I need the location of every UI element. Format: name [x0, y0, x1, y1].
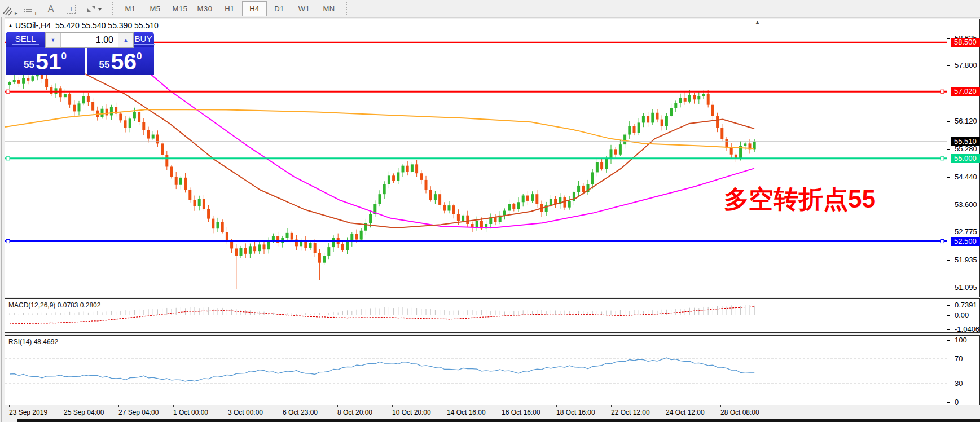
- macd-indicator-label: MACD(12,26,9) 0.0783 0.2802: [8, 301, 100, 309]
- trading-platform-window: E F A T: [0, 0, 980, 422]
- fibonacci-grid-tool-icon[interactable]: F: [21, 2, 40, 16]
- date-tick: [556, 405, 557, 407]
- date-label: 10 Oct 20:00: [392, 408, 431, 416]
- macd-signal-line: [10, 307, 754, 324]
- timeframe-button-H1[interactable]: H1: [217, 1, 242, 16]
- date-label: 3 Oct 00:00: [228, 408, 263, 416]
- macd-histogram: [10, 305, 754, 315]
- buy-button[interactable]: BUY: [133, 32, 154, 47]
- ohlc-values: 55.420 55.540 55.390 55.510: [55, 21, 159, 30]
- price-tick-mark: [947, 177, 950, 178]
- macd-tick-mark: [947, 315, 950, 316]
- date-tick: [720, 405, 721, 407]
- rsi-chart[interactable]: [5, 336, 947, 405]
- timeframe-group: M1M5M15M30H1H4D1W1MN: [118, 1, 341, 16]
- date-label: 1 Oct 00:00: [173, 408, 208, 416]
- timeframe-button-M5[interactable]: M5: [143, 1, 168, 16]
- chart-text-annotation[interactable]: 多空转折点55: [724, 183, 876, 216]
- macd-panel: MACD(12,26,9) 0.0783 0.2802 0.73910.00-1…: [5, 298, 980, 333]
- candles-layer: [8, 67, 756, 289]
- one-click-trade-panel: SELL BUY ▼ ▲ 55510 55560: [6, 32, 154, 75]
- price-badge: 55.510: [951, 137, 980, 146]
- date-label: 16 Oct 16:00: [502, 408, 540, 416]
- date-tick: [611, 405, 612, 407]
- timeframe-button-D1[interactable]: D1: [267, 1, 292, 16]
- date-axis: 23 Sep 201925 Sep 04:0027 Sep 04:001 Oct…: [5, 406, 980, 419]
- window-bottom-bar: [17, 419, 980, 422]
- rsi-tick-mark: [947, 402, 950, 403]
- chevron-down-icon: [97, 5, 103, 14]
- text-box-tool-icon[interactable]: T: [61, 2, 81, 16]
- date-tick: [502, 405, 502, 407]
- macd-tick-mark: [947, 329, 950, 330]
- timeframe-button-M30[interactable]: M30: [192, 1, 217, 16]
- arrow-tools-icon[interactable]: [82, 2, 107, 16]
- toolbar-separator: [111, 2, 115, 16]
- volume-input[interactable]: [61, 33, 118, 47]
- chart-title: ▲USOil-,H455.420 55.540 55.390 55.510: [8, 21, 159, 30]
- date-label: 28 Oct 08:00: [720, 408, 759, 416]
- date-tick: [283, 405, 283, 407]
- rsi-axis-label: 0: [952, 398, 980, 407]
- rsi-panel: RSI(14) 48.4692 10070300: [5, 335, 980, 405]
- price-tick-label: 51.935: [952, 256, 980, 265]
- buy-price-button[interactable]: 55560: [87, 47, 154, 75]
- ma-fast-brick-line: [85, 74, 754, 228]
- timeframe-button-MN[interactable]: MN: [317, 1, 341, 16]
- price-badge: 57.020: [951, 87, 980, 96]
- date-label: 8 Oct 20:00: [337, 408, 372, 416]
- volume-increase-button[interactable]: ▲: [118, 33, 133, 47]
- sell-price-button[interactable]: 55510: [6, 47, 85, 75]
- macd-tick-mark: [947, 305, 950, 306]
- support-55000: [5, 157, 947, 160]
- text-annotation-tool-icon[interactable]: A: [41, 2, 60, 16]
- rsi-tick-mark: [947, 359, 950, 359]
- equidistant-lines-tool-icon[interactable]: E: [1, 2, 20, 16]
- date-label: 14 Oct 16:00: [447, 408, 486, 416]
- volume-control: ▼ ▲: [45, 32, 134, 48]
- price-badge: 58.500: [951, 38, 980, 47]
- date-tick: [64, 405, 64, 407]
- macd-axis-label: -1.0406: [952, 325, 980, 334]
- price-tick-label: 52.775: [952, 227, 980, 236]
- timeframe-button-H4[interactable]: H4: [242, 1, 267, 16]
- chart-shift-marker-icon[interactable]: ▲: [755, 19, 760, 25]
- rsi-tick-mark: [947, 384, 950, 384]
- rsi-indicator-label: RSI(14) 48.4692: [8, 338, 58, 346]
- date-tick: [228, 405, 228, 407]
- support-52500: [5, 240, 947, 243]
- timeframe-button-M15[interactable]: M15: [168, 1, 192, 16]
- macd-chart[interactable]: [5, 299, 947, 332]
- price-tick-mark: [947, 260, 950, 261]
- volume-decrease-button[interactable]: ▼: [46, 33, 61, 47]
- price-tick-mark: [947, 205, 950, 205]
- sell-button[interactable]: SELL: [6, 32, 45, 47]
- price-tick-label: 57.800: [952, 61, 980, 70]
- tool-sub-label: F: [35, 11, 38, 16]
- rsi-tick-mark: [947, 340, 950, 341]
- date-label: 27 Sep 04:00: [118, 408, 159, 416]
- date-tick: [118, 405, 119, 407]
- date-label: 6 Oct 23:00: [283, 408, 318, 416]
- rsi-axis-label: 30: [952, 379, 980, 388]
- price-tick-label: 53.600: [952, 200, 980, 209]
- timeframe-button-W1[interactable]: W1: [292, 1, 317, 16]
- rsi-axis-label: 70: [952, 354, 980, 363]
- date-tick: [9, 405, 10, 407]
- rsi-line: [10, 358, 754, 381]
- date-tick: [666, 405, 666, 407]
- price-tick-label: 51.095: [952, 283, 980, 292]
- price-tick-mark: [947, 65, 950, 66]
- date-label: 24 Oct 12:00: [666, 408, 705, 416]
- price-tick-mark: [947, 232, 950, 232]
- ma-slow-orange-line: [5, 109, 754, 148]
- toolbar-separator: [345, 2, 349, 16]
- rsi-axis-label: 100: [952, 336, 980, 345]
- date-tick: [337, 405, 338, 407]
- timeframe-button-M1[interactable]: M1: [118, 1, 143, 16]
- price-tick-mark: [947, 288, 950, 288]
- price-badge: 52.500: [951, 237, 980, 246]
- expand-triangle-icon[interactable]: ▲: [8, 23, 13, 28]
- date-label: 23 Sep 2019: [9, 408, 47, 416]
- symbol-timeframe: USOil-,H4: [15, 21, 51, 30]
